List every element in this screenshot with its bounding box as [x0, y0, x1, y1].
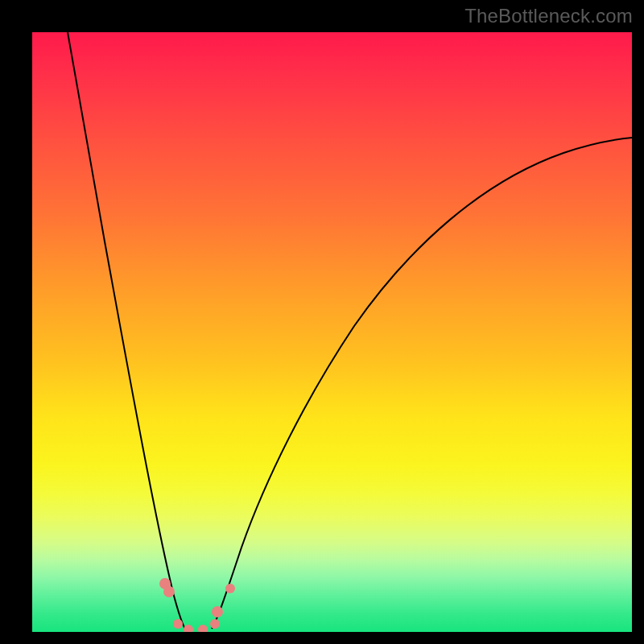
plot-area	[32, 32, 632, 632]
data-point	[225, 584, 235, 593]
left-curve	[68, 32, 185, 629]
data-point	[163, 586, 175, 597]
right-curve	[212, 138, 632, 629]
watermark-text: TheBottleneck.com	[464, 5, 633, 27]
data-point	[210, 619, 220, 629]
data-point	[184, 625, 193, 632]
data-point	[173, 619, 183, 629]
data-point	[212, 606, 223, 617]
chart-svg	[32, 32, 632, 632]
data-point	[198, 625, 208, 632]
chart-frame: TheBottleneck.com	[0, 0, 644, 644]
